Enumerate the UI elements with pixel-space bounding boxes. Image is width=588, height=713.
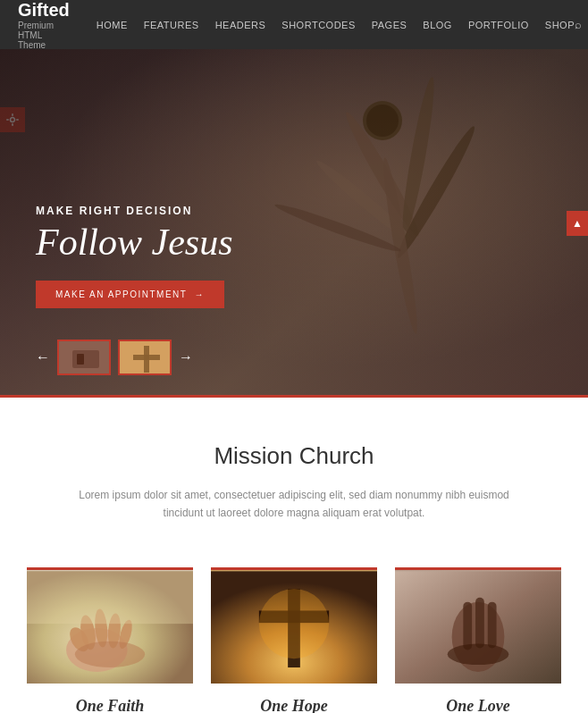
arrow-icon: → xyxy=(194,289,205,299)
nav-headers[interactable]: HEADERS xyxy=(215,20,266,30)
features-section: One Faith Lorem ipsum dolor sit amet, co… xyxy=(0,558,588,713)
hero-bottom-line xyxy=(0,395,588,398)
brand: Gifted Premium HTML Theme xyxy=(18,0,70,50)
svg-point-12 xyxy=(366,105,399,137)
mission-section: Mission Church Lorem ipsum dolor sit ame… xyxy=(0,398,588,558)
nav-pages[interactable]: PAGES xyxy=(372,20,407,30)
svg-point-26 xyxy=(75,641,145,667)
nav-shop[interactable]: SHOP xyxy=(545,20,575,30)
slider-navigation: ← → xyxy=(36,340,193,375)
feature-item-love: One Love Lorem ipsum dolor sit amet, con… xyxy=(395,567,561,713)
svg-point-10 xyxy=(273,200,402,256)
mission-title: Mission Church xyxy=(36,442,552,470)
hero-title: Follow Jesus xyxy=(36,222,232,263)
feature-title-faith: One Faith xyxy=(27,697,193,713)
search-icon[interactable]: ⌕ xyxy=(575,18,582,31)
svg-rect-34 xyxy=(463,601,472,650)
hero-content: MAKE RIGHT DECISION Follow Jesus MAKE AN… xyxy=(36,205,232,308)
brand-title: Gifted xyxy=(18,0,70,21)
feature-image-love xyxy=(395,567,561,684)
hero-cta-label: MAKE AN APPOINTMENT xyxy=(55,289,187,299)
svg-rect-18 xyxy=(133,355,160,360)
feature-title-love: One Love xyxy=(395,697,561,713)
hero-cta-button[interactable]: MAKE AN APPOINTMENT → xyxy=(36,281,224,308)
svg-rect-27 xyxy=(27,571,193,624)
nav-blog[interactable]: BLOG xyxy=(423,20,452,30)
navbar: Gifted Premium HTML Theme HOME FEATURES … xyxy=(0,0,588,49)
svg-rect-14 xyxy=(72,350,99,368)
hero-section: MAKE RIGHT DECISION Follow Jesus MAKE AN… xyxy=(0,49,588,398)
hero-decoration xyxy=(204,67,543,398)
slider-thumb-2[interactable] xyxy=(118,340,172,375)
slider-thumb-1[interactable] xyxy=(57,340,111,375)
slider-next-arrow[interactable]: → xyxy=(179,349,193,365)
feature-image-hope xyxy=(211,567,377,684)
svg-rect-35 xyxy=(475,598,484,649)
nav-features[interactable]: FEATURES xyxy=(144,20,199,30)
svg-rect-36 xyxy=(488,601,497,648)
feature-item-hope: One Hope Lorem ipsum dolor sit amet, con… xyxy=(211,567,377,713)
brand-subtitle: Premium HTML Theme xyxy=(18,21,70,50)
feature-item-faith: One Faith Lorem ipsum dolor sit amet, co… xyxy=(27,567,193,713)
nav-portfolio[interactable]: PORTFOLIO xyxy=(468,20,529,30)
features-grid: One Faith Lorem ipsum dolor sit amet, co… xyxy=(27,567,561,713)
nav-links: HOME FEATURES HEADERS SHORTCODES PAGES B… xyxy=(97,20,575,30)
nav-home[interactable]: HOME xyxy=(97,20,128,30)
feature-title-hope: One Hope xyxy=(211,697,377,713)
feature-image-faith xyxy=(27,567,193,684)
svg-point-31 xyxy=(259,589,329,658)
svg-point-37 xyxy=(448,643,509,664)
svg-rect-15 xyxy=(77,354,84,365)
hero-subtitle: MAKE RIGHT DECISION xyxy=(36,205,232,217)
scroll-top-button[interactable]: ▲ xyxy=(567,211,588,236)
mission-text: Lorem ipsum dolor sit amet, consectetuer… xyxy=(71,486,517,523)
slider-prev-arrow[interactable]: ← xyxy=(36,349,50,365)
nav-shortcodes[interactable]: SHORTCODES xyxy=(281,20,355,30)
